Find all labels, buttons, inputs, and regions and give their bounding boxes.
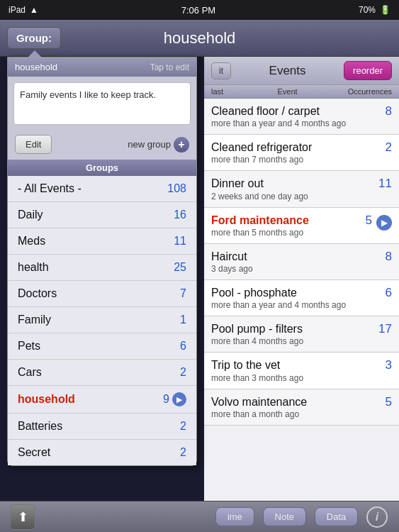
edit-button[interactable]: Edit [15, 135, 52, 154]
dropdown-pointer [28, 50, 42, 57]
event-item[interactable]: Cleaned refrigeratormore than 7 months a… [204, 135, 399, 171]
event-name: Cleaned floor / carpet [211, 104, 371, 118]
event-count: 6 [371, 286, 392, 300]
group-item[interactable]: health25 [8, 255, 196, 281]
event-time: more than 5 months ago [211, 228, 351, 238]
event-count: 5 [351, 214, 372, 228]
share-icon: ⬆ [18, 509, 28, 525]
event-item[interactable]: Volvo maintenancemore than a month ago5 [204, 389, 399, 426]
group-item-count: 16 [174, 209, 186, 221]
group-item-count: 108 [167, 182, 186, 195]
group-item-name: - All Events - [18, 182, 82, 195]
event-count: 8 [371, 250, 392, 264]
event-item[interactable]: Trip to the vetmore than 3 months ago3 [204, 353, 399, 389]
group-item[interactable]: Secret2 [8, 440, 196, 465]
event-name: Volvo maintenance [211, 395, 371, 409]
event-count: 11 [371, 177, 392, 191]
tab-note-label: Note [275, 511, 294, 522]
group-button-label: Group: [16, 32, 52, 44]
events-title: Events [231, 64, 344, 78]
dropdown-actions: Edit new group + [8, 131, 196, 160]
events-col-header: last Event Occurrences [204, 85, 399, 99]
dropdown-tap-label[interactable]: Tap to edit [150, 62, 189, 72]
group-item[interactable]: Daily16 [8, 202, 196, 228]
dropdown-panel: household Tap to edit Family events I li… [7, 57, 197, 466]
main-layout: household Tap to edit Family events I li… [0, 57, 399, 501]
event-time: more than a month ago [211, 409, 371, 419]
header: Group: household [0, 20, 399, 57]
group-item[interactable]: Batteries2 [8, 414, 196, 440]
bottom-bar: ⬆ ime Note Data i [0, 501, 399, 532]
battery-icon: 🔋 [380, 5, 390, 15]
event-arrow-icon: ▶ [376, 215, 392, 231]
new-group-container: new group + [128, 137, 189, 153]
new-group-label: new group [128, 139, 171, 150]
tab-time[interactable]: ime [215, 507, 254, 526]
event-name: Cleaned refrigerator [211, 140, 371, 154]
group-item[interactable]: Family1 [8, 307, 196, 333]
event-item[interactable]: Haircut3 days ago8 [204, 244, 399, 280]
group-item-name: Pets [18, 340, 40, 353]
new-group-plus-button[interactable]: + [174, 137, 189, 153]
event-count: 17 [371, 322, 392, 336]
event-count: 2 [371, 140, 392, 155]
event-count: 8 [371, 104, 392, 118]
reorder-button[interactable]: reorder [344, 61, 392, 80]
group-item-count: 1 [180, 314, 186, 326]
group-item-name: Doctors [18, 287, 57, 300]
group-item-count: 25 [174, 261, 186, 274]
event-time: 3 days ago [211, 264, 371, 274]
carrier-label: iPad [9, 5, 26, 15]
group-item[interactable]: household9▶ [8, 386, 196, 414]
group-item-name: Secret [18, 446, 50, 459]
event-name: Haircut [211, 250, 371, 263]
group-item-count: 2 [180, 420, 186, 433]
group-item[interactable]: - All Events -108 [8, 176, 196, 202]
status-right: 70% 🔋 [359, 5, 390, 15]
event-item[interactable]: Cleaned floor / carpetmore than a year a… [204, 99, 399, 135]
wifi-icon: ▲ [30, 5, 38, 15]
event-time: more than 7 months ago [211, 155, 371, 165]
group-item-name: Batteries [18, 420, 62, 433]
group-button[interactable]: Group: [7, 27, 61, 49]
group-item-name: Cars [18, 366, 42, 379]
events-panel: it Events reorder last Event Occurrences… [204, 57, 399, 501]
col-occurrences-header: Occurrences [342, 87, 392, 96]
tab-data[interactable]: Data [315, 507, 358, 526]
event-item[interactable]: Pool - phosphatemore than a year and 4 m… [204, 280, 399, 316]
battery-label: 70% [359, 5, 376, 15]
group-item-name: Daily [18, 209, 43, 221]
group-item-count: 7 [180, 287, 186, 300]
info-button[interactable]: i [366, 506, 388, 528]
bottom-left: ⬆ [0, 504, 204, 530]
col-last-header: last [211, 87, 232, 96]
groups-section-header: Groups [8, 160, 196, 176]
event-name: Ford maintenance [211, 214, 351, 227]
event-count: 5 [371, 395, 392, 409]
event-name: Pool pump - filters [211, 322, 371, 336]
event-time: more than a year and 4 months ago [211, 300, 371, 310]
share-button[interactable]: ⬆ [10, 504, 35, 530]
group-item-count: 2 [180, 446, 186, 459]
event-time: more than 4 months ago [211, 336, 371, 346]
group-item[interactable]: Cars2 [8, 360, 196, 386]
dropdown-header: household Tap to edit [8, 57, 196, 77]
event-name: Dinner out [211, 177, 371, 190]
page-title: household [164, 29, 236, 48]
group-item[interactable]: Pets6 [8, 333, 196, 360]
event-item[interactable]: Dinner out2 weeks and one day ago11 [204, 171, 399, 207]
group-item-name: health [18, 261, 49, 274]
dropdown-description[interactable]: Family events I like to keep track. [13, 82, 191, 125]
group-item-name: Family [18, 314, 51, 326]
events-edit-button[interactable]: it [211, 62, 231, 79]
tab-note[interactable]: Note [263, 507, 306, 526]
tab-data-label: Data [327, 511, 346, 522]
event-item[interactable]: Ford maintenancemore than 5 months ago5▶ [204, 208, 399, 244]
events-header: it Events reorder [204, 57, 399, 85]
event-count: 3 [371, 358, 392, 372]
group-item[interactable]: Doctors7 [8, 281, 196, 307]
group-item[interactable]: Meds11 [8, 228, 196, 255]
tab-time-label: ime [227, 511, 242, 522]
event-item[interactable]: Pool pump - filtersmore than 4 months ag… [204, 316, 399, 353]
groups-list: - All Events -108Daily16Meds11health25Do… [8, 176, 196, 465]
